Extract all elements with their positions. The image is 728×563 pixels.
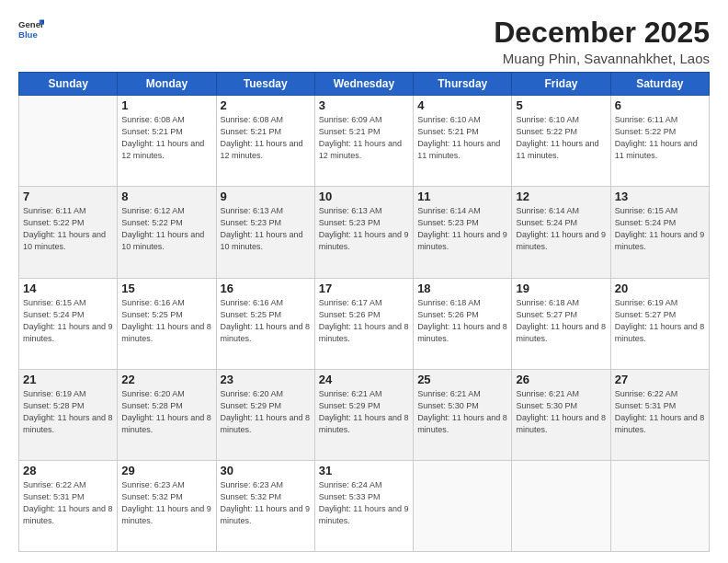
- table-row: 16Sunrise: 6:16 AMSunset: 5:25 PMDayligh…: [216, 278, 314, 369]
- day-number: 25: [417, 373, 507, 386]
- col-monday: Monday: [118, 73, 216, 96]
- day-number: 15: [121, 282, 211, 295]
- day-number: 30: [221, 464, 311, 477]
- day-number: 21: [23, 373, 113, 386]
- day-number: 6: [615, 98, 705, 112]
- logo: General Blue: [18, 17, 44, 42]
- day-info: Sunrise: 6:10 AMSunset: 5:22 PMDaylight:…: [516, 114, 606, 162]
- day-number: 31: [319, 464, 409, 477]
- day-number: 3: [319, 98, 409, 112]
- day-number: 13: [615, 190, 705, 203]
- day-info: Sunrise: 6:21 AMSunset: 5:30 PMDaylight:…: [516, 388, 606, 436]
- table-row: 12Sunrise: 6:14 AMSunset: 5:24 PMDayligh…: [512, 187, 610, 278]
- col-thursday: Thursday: [414, 73, 512, 96]
- header: General Blue December 2025 Muang Phin, S…: [18, 17, 710, 66]
- table-row: [610, 460, 709, 551]
- calendar-header-row: Sunday Monday Tuesday Wednesday Thursday…: [19, 73, 710, 96]
- day-number: 10: [319, 190, 409, 203]
- table-row: 22Sunrise: 6:20 AMSunset: 5:28 PMDayligh…: [118, 369, 216, 460]
- day-number: 4: [417, 98, 507, 112]
- day-info: Sunrise: 6:18 AMSunset: 5:27 PMDaylight:…: [516, 297, 606, 345]
- table-row: 13Sunrise: 6:15 AMSunset: 5:24 PMDayligh…: [610, 187, 709, 278]
- day-info: Sunrise: 6:21 AMSunset: 5:29 PMDaylight:…: [319, 388, 409, 436]
- day-number: 1: [121, 98, 211, 112]
- day-info: Sunrise: 6:10 AMSunset: 5:21 PMDaylight:…: [417, 114, 507, 162]
- table-row: 30Sunrise: 6:23 AMSunset: 5:32 PMDayligh…: [216, 460, 314, 551]
- table-row: 2Sunrise: 6:08 AMSunset: 5:21 PMDaylight…: [216, 96, 314, 187]
- day-number: 20: [615, 282, 705, 295]
- day-number: 16: [221, 282, 311, 295]
- table-row: [19, 96, 118, 187]
- day-number: 2: [221, 98, 311, 112]
- location: Muang Phin, Savannahkhet, Laos: [494, 51, 710, 66]
- svg-text:Blue: Blue: [18, 29, 38, 40]
- col-wednesday: Wednesday: [314, 73, 413, 96]
- day-info: Sunrise: 6:22 AMSunset: 5:31 PMDaylight:…: [23, 479, 113, 527]
- day-info: Sunrise: 6:19 AMSunset: 5:28 PMDaylight:…: [23, 388, 113, 436]
- table-row: 10Sunrise: 6:13 AMSunset: 5:23 PMDayligh…: [314, 187, 413, 278]
- table-row: 29Sunrise: 6:23 AMSunset: 5:32 PMDayligh…: [118, 460, 216, 551]
- day-info: Sunrise: 6:17 AMSunset: 5:26 PMDaylight:…: [319, 297, 409, 345]
- table-row: 25Sunrise: 6:21 AMSunset: 5:30 PMDayligh…: [414, 369, 512, 460]
- table-row: 23Sunrise: 6:20 AMSunset: 5:29 PMDayligh…: [216, 369, 314, 460]
- col-tuesday: Tuesday: [216, 73, 314, 96]
- day-info: Sunrise: 6:14 AMSunset: 5:23 PMDaylight:…: [417, 205, 507, 253]
- day-number: 27: [615, 373, 705, 386]
- day-info: Sunrise: 6:15 AMSunset: 5:24 PMDaylight:…: [23, 297, 113, 345]
- logo-icon: General Blue: [18, 17, 44, 42]
- col-sunday: Sunday: [19, 73, 118, 96]
- table-row: 4Sunrise: 6:10 AMSunset: 5:21 PMDaylight…: [414, 96, 512, 187]
- table-row: 14Sunrise: 6:15 AMSunset: 5:24 PMDayligh…: [19, 278, 118, 369]
- day-number: 18: [417, 282, 507, 295]
- day-info: Sunrise: 6:16 AMSunset: 5:25 PMDaylight:…: [121, 297, 211, 345]
- day-number: 23: [221, 373, 311, 386]
- calendar-week-row: 1Sunrise: 6:08 AMSunset: 5:21 PMDaylight…: [19, 96, 710, 187]
- table-row: 20Sunrise: 6:19 AMSunset: 5:27 PMDayligh…: [610, 278, 709, 369]
- table-row: 27Sunrise: 6:22 AMSunset: 5:31 PMDayligh…: [610, 369, 709, 460]
- table-row: 11Sunrise: 6:14 AMSunset: 5:23 PMDayligh…: [414, 187, 512, 278]
- col-friday: Friday: [512, 73, 610, 96]
- day-number: 14: [23, 282, 113, 295]
- day-number: 12: [516, 190, 606, 203]
- table-row: 26Sunrise: 6:21 AMSunset: 5:30 PMDayligh…: [512, 369, 610, 460]
- table-row: 19Sunrise: 6:18 AMSunset: 5:27 PMDayligh…: [512, 278, 610, 369]
- day-info: Sunrise: 6:08 AMSunset: 5:21 PMDaylight:…: [221, 114, 311, 162]
- table-row: 21Sunrise: 6:19 AMSunset: 5:28 PMDayligh…: [19, 369, 118, 460]
- day-info: Sunrise: 6:14 AMSunset: 5:24 PMDaylight:…: [516, 205, 606, 253]
- day-info: Sunrise: 6:20 AMSunset: 5:28 PMDaylight:…: [121, 388, 211, 436]
- table-row: 9Sunrise: 6:13 AMSunset: 5:23 PMDaylight…: [216, 187, 314, 278]
- month-title: December 2025: [494, 17, 710, 49]
- calendar-week-row: 7Sunrise: 6:11 AMSunset: 5:22 PMDaylight…: [19, 187, 710, 278]
- day-info: Sunrise: 6:19 AMSunset: 5:27 PMDaylight:…: [615, 297, 705, 345]
- calendar-week-row: 21Sunrise: 6:19 AMSunset: 5:28 PMDayligh…: [19, 369, 710, 460]
- table-row: 15Sunrise: 6:16 AMSunset: 5:25 PMDayligh…: [118, 278, 216, 369]
- day-info: Sunrise: 6:11 AMSunset: 5:22 PMDaylight:…: [23, 205, 113, 253]
- day-info: Sunrise: 6:23 AMSunset: 5:32 PMDaylight:…: [121, 479, 211, 527]
- day-info: Sunrise: 6:12 AMSunset: 5:22 PMDaylight:…: [121, 205, 211, 253]
- calendar-table: Sunday Monday Tuesday Wednesday Thursday…: [18, 72, 710, 552]
- day-info: Sunrise: 6:09 AMSunset: 5:21 PMDaylight:…: [319, 114, 409, 162]
- table-row: 3Sunrise: 6:09 AMSunset: 5:21 PMDaylight…: [314, 96, 413, 187]
- day-info: Sunrise: 6:13 AMSunset: 5:23 PMDaylight:…: [221, 205, 311, 253]
- title-block: December 2025 Muang Phin, Savannahkhet, …: [494, 17, 710, 66]
- day-number: 22: [121, 373, 211, 386]
- table-row: 5Sunrise: 6:10 AMSunset: 5:22 PMDaylight…: [512, 96, 610, 187]
- day-info: Sunrise: 6:13 AMSunset: 5:23 PMDaylight:…: [319, 205, 409, 253]
- day-info: Sunrise: 6:15 AMSunset: 5:24 PMDaylight:…: [615, 205, 705, 253]
- table-row: 1Sunrise: 6:08 AMSunset: 5:21 PMDaylight…: [118, 96, 216, 187]
- day-info: Sunrise: 6:08 AMSunset: 5:21 PMDaylight:…: [121, 114, 211, 162]
- table-row: [512, 460, 610, 551]
- day-info: Sunrise: 6:18 AMSunset: 5:26 PMDaylight:…: [417, 297, 507, 345]
- calendar-week-row: 28Sunrise: 6:22 AMSunset: 5:31 PMDayligh…: [19, 460, 710, 551]
- day-number: 29: [121, 464, 211, 477]
- table-row: 24Sunrise: 6:21 AMSunset: 5:29 PMDayligh…: [314, 369, 413, 460]
- day-info: Sunrise: 6:23 AMSunset: 5:32 PMDaylight:…: [221, 479, 311, 527]
- day-number: 28: [23, 464, 113, 477]
- day-info: Sunrise: 6:16 AMSunset: 5:25 PMDaylight:…: [221, 297, 311, 345]
- day-info: Sunrise: 6:24 AMSunset: 5:33 PMDaylight:…: [319, 479, 409, 527]
- table-row: 6Sunrise: 6:11 AMSunset: 5:22 PMDaylight…: [610, 96, 709, 187]
- day-number: 17: [319, 282, 409, 295]
- day-number: 11: [417, 190, 507, 203]
- day-number: 19: [516, 282, 606, 295]
- table-row: [414, 460, 512, 551]
